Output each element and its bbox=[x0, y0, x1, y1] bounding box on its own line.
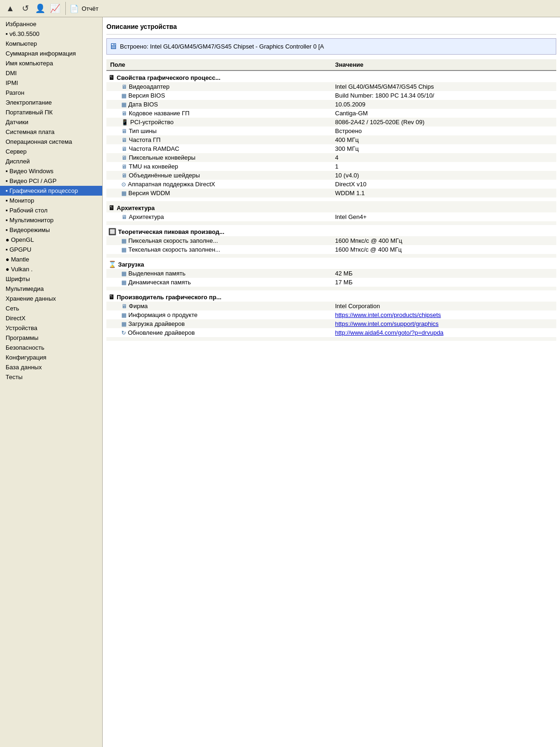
toolbar-user-icon[interactable]: 👤 bbox=[34, 2, 47, 15]
prop-icon: ▦ bbox=[121, 312, 126, 318]
sidebar-item-gpu[interactable]: ▪ Графический процессор bbox=[0, 186, 102, 196]
content-area: Описание устройства 🖥 Встроено: Intel GL… bbox=[103, 17, 560, 747]
sidebar-item-izbrannoye[interactable]: Избранное bbox=[0, 19, 102, 29]
sidebar-item-ipmi[interactable]: IPMI bbox=[0, 78, 102, 88]
prop-value: 300 МГц bbox=[331, 144, 556, 153]
prop-icon: ▦ bbox=[121, 101, 126, 108]
prop-icon: 🖥 bbox=[121, 155, 127, 161]
section-loading: ⌛Загрузка bbox=[106, 258, 556, 269]
table-row: ▦Загрузка драйверовhttps://www.intel.com… bbox=[106, 319, 556, 328]
table-row: 🖥ФирмаIntel Corporation bbox=[106, 302, 556, 310]
prop-value: Intel Corporation bbox=[331, 302, 556, 310]
toolbar-report[interactable]: 📄 Отчёт bbox=[70, 4, 98, 13]
prop-icon: 📱 bbox=[121, 119, 128, 126]
prop-field: 🖥Фирма bbox=[106, 302, 331, 310]
prop-field: 🖥Архитектура bbox=[106, 212, 331, 221]
main-layout: Избранное▪ v6.30.5500КомпьютерСуммарная … bbox=[0, 17, 560, 747]
device-description-text: Встроено: Intel GL40/GM45/GM47/GS45 Chip… bbox=[120, 43, 324, 50]
prop-value: 400 МГц bbox=[331, 135, 556, 144]
sidebar-item-opengl[interactable]: ● OpenGL bbox=[0, 235, 102, 245]
sidebar-item-database[interactable]: База данных bbox=[0, 362, 102, 372]
prop-value: 10 (v4.0) bbox=[331, 171, 556, 180]
table-row: ▦Дата BIOS10.05.2009 bbox=[106, 100, 556, 109]
app-window: ▲ ↺ 👤 📈 📄 Отчёт Избранное▪ v6.30.5500Ком… bbox=[0, 0, 560, 747]
table-row: 🖥Тип шиныВстроено bbox=[106, 127, 556, 135]
prop-value: Build Number: 1800 PC 14.34 05/10/ bbox=[331, 91, 556, 100]
sidebar-item-storage[interactable]: Хранение данных bbox=[0, 294, 102, 303]
toolbar-refresh-icon[interactable]: ↺ bbox=[19, 2, 32, 15]
toolbar-chart-icon[interactable]: 📈 bbox=[49, 2, 62, 15]
sidebar-item-gpgpu[interactable]: ▪ GPGPU bbox=[0, 245, 102, 254]
prop-field: 🖥Частота RAMDAC bbox=[106, 144, 331, 153]
sidebar-item-vulkan[interactable]: ● Vulkan . bbox=[0, 264, 102, 274]
sidebar-item-directx[interactable]: DirectX bbox=[0, 313, 102, 323]
sidebar-item-multimonitor[interactable]: ▪ Мультимонитор bbox=[0, 215, 102, 225]
sidebar-item-server[interactable]: Сервер bbox=[0, 147, 102, 156]
sidebar-item-video-windows[interactable]: ▪ Видео Windows bbox=[0, 166, 102, 176]
sidebar-item-mantle[interactable]: ● Mantle bbox=[0, 254, 102, 264]
prop-field: ▦Загрузка драйверов bbox=[106, 319, 331, 328]
sidebar-item-multimedia[interactable]: Мультимедиа bbox=[0, 284, 102, 294]
col-field-header: Поле bbox=[106, 59, 331, 70]
prop-field: ↻Обновление драйверов bbox=[106, 328, 331, 337]
prop-field: 🖥Кодовое название ГП bbox=[106, 109, 331, 118]
sidebar-item-power[interactable]: Электропитание bbox=[0, 98, 102, 107]
prop-field: 🖥Пиксельные конвейеры bbox=[106, 153, 331, 162]
table-row: 🖥Кодовое название ГПCantiga-GM bbox=[106, 109, 556, 118]
prop-icon: 🖥 bbox=[121, 163, 127, 170]
prop-field: ▦Версия BIOS bbox=[106, 91, 331, 100]
sidebar-item-monitor[interactable]: ▪ Монитор bbox=[0, 196, 102, 205]
sidebar-item-devices[interactable]: Устройства bbox=[0, 323, 102, 333]
prop-field: ▦Динамическая память bbox=[106, 278, 331, 287]
prop-value: 1600 Мпкс/с @ 400 МГц bbox=[331, 236, 556, 245]
sidebar-item-summary[interactable]: Суммарная информация bbox=[0, 49, 102, 58]
table-row: ▦Версия WDDMWDDM 1.1 bbox=[106, 189, 556, 197]
prop-value[interactable]: http://www.aida64.com/goto/?p=drvupda bbox=[331, 328, 556, 337]
sidebar-item-motherboard[interactable]: Системная плата bbox=[0, 127, 102, 137]
prop-icon: 🖥 bbox=[121, 214, 127, 220]
properties-table: Поле Значение 🖥Свойства графического про… bbox=[106, 59, 556, 341]
prop-value[interactable]: https://www.intel.com/products/chipsets bbox=[331, 310, 556, 319]
toolbar-separator bbox=[65, 2, 66, 15]
sidebar-item-os[interactable]: Операционная система bbox=[0, 137, 102, 147]
sidebar-item-computer[interactable]: Компьютер bbox=[0, 39, 102, 49]
prop-icon: 🖥 bbox=[121, 172, 127, 179]
prop-field: ▦Тексельная скорость заполнен... bbox=[106, 245, 331, 254]
section-manufacturer: 🖥Производитель графического пр... bbox=[106, 290, 556, 302]
sidebar-item-computer-name[interactable]: Имя компьютера bbox=[0, 58, 102, 68]
prop-value[interactable]: https://www.intel.com/support/graphics bbox=[331, 319, 556, 328]
section-icon-manufacturer: 🖥 bbox=[108, 293, 115, 301]
table-row: ▦Выделенная память42 МБ bbox=[106, 269, 556, 278]
table-row: ▦Пиксельная скорость заполне...1600 Мпкс… bbox=[106, 236, 556, 245]
sidebar-item-tests[interactable]: Тесты bbox=[0, 372, 102, 382]
toolbar-up-icon[interactable]: ▲ bbox=[4, 2, 17, 15]
sidebar: Избранное▪ v6.30.5500КомпьютерСуммарная … bbox=[0, 17, 103, 747]
prop-value: 1600 Мткс/с @ 400 МГц bbox=[331, 245, 556, 254]
sidebar-item-portable[interactable]: Портативный ПК bbox=[0, 107, 102, 117]
sidebar-item-fonts[interactable]: Шрифты bbox=[0, 274, 102, 284]
prop-value: 10.05.2009 bbox=[331, 100, 556, 109]
section-gpu-props: 🖥Свойства графического процесс... bbox=[106, 70, 556, 82]
table-row: ▦Тексельная скорость заполнен...1600 Мтк… bbox=[106, 245, 556, 254]
sidebar-item-programs[interactable]: Программы bbox=[0, 333, 102, 343]
sidebar-item-sensors[interactable]: Датчики bbox=[0, 117, 102, 127]
sidebar-item-video-pci[interactable]: ▪ Видео PCI / AGP bbox=[0, 176, 102, 186]
section-icon-architecture: 🖥 bbox=[108, 204, 115, 211]
prop-value: Cantiga-GM bbox=[331, 109, 556, 118]
report-icon: 📄 bbox=[70, 4, 79, 13]
sidebar-item-videomodes[interactable]: ▪ Видеорежимы bbox=[0, 225, 102, 235]
sidebar-item-network[interactable]: Сеть bbox=[0, 303, 102, 313]
prop-value: DirectX v10 bbox=[331, 180, 556, 189]
prop-icon: ▦ bbox=[121, 238, 126, 244]
prop-value: Intel GL40/GM45/GM47/GS45 Chips bbox=[331, 82, 556, 91]
section-icon-theoretical: 🔲 bbox=[108, 228, 116, 235]
sidebar-item-dmi[interactable]: DMI bbox=[0, 68, 102, 78]
section-spacer bbox=[106, 197, 556, 201]
sidebar-item-razgon[interactable]: Разгон bbox=[0, 88, 102, 98]
sidebar-item-desktop[interactable]: ▪ Рабочий стол bbox=[0, 205, 102, 215]
sidebar-item-display[interactable]: Дисплей bbox=[0, 156, 102, 166]
table-row: ↻Обновление драйверовhttp://www.aida64.c… bbox=[106, 328, 556, 337]
sidebar-item-security[interactable]: Безопасность bbox=[0, 343, 102, 352]
sidebar-item-version[interactable]: ▪ v6.30.5500 bbox=[0, 29, 102, 39]
sidebar-item-config[interactable]: Конфигурация bbox=[0, 352, 102, 362]
